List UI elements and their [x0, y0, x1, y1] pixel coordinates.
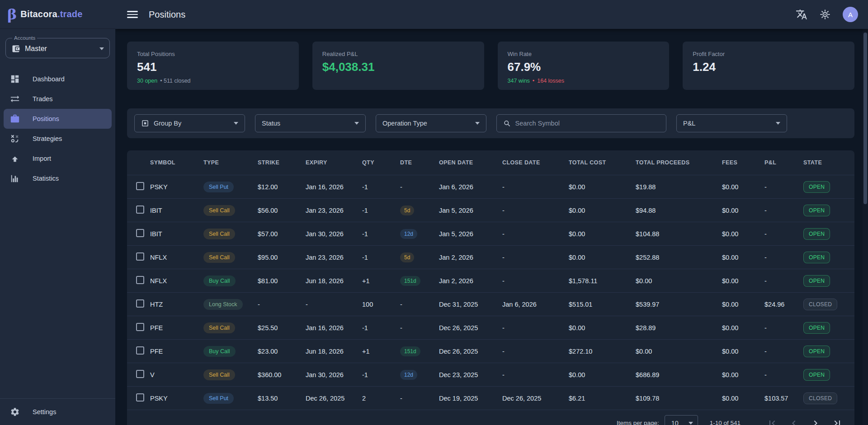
next-page-button[interactable] — [810, 418, 821, 425]
cell-strike: $81.00 — [258, 277, 306, 285]
sidebar-item-label: Settings — [33, 408, 56, 416]
cell-qty: -1 — [362, 324, 400, 332]
column-header[interactable]: TOTAL COST — [569, 159, 636, 166]
column-header[interactable]: CLOSE DATE — [502, 159, 569, 166]
cell-open-date: Dec 31, 2025 — [439, 301, 502, 308]
sidebar-item-statistics[interactable]: Statistics — [0, 168, 115, 188]
avatar[interactable]: A — [843, 7, 858, 22]
row-checkbox[interactable] — [136, 323, 144, 331]
translate-icon[interactable] — [796, 9, 807, 20]
main-content: Total Positions 541 30 open• 511 closed … — [115, 29, 863, 425]
first-page-button[interactable] — [767, 418, 778, 425]
theme-icon[interactable] — [819, 9, 831, 20]
cell-fees: $0.00 — [722, 301, 764, 308]
cell-total-cost: $0.00 — [569, 324, 636, 332]
table-row[interactable]: NFLX Buy Call $81.00 Jun 18, 2026 +1 151… — [127, 269, 854, 292]
stat-sub-part: • — [533, 78, 534, 84]
vertical-scrollbar[interactable] — [863, 29, 868, 425]
accounts-selector[interactable]: Accounts Master — [5, 35, 110, 58]
cell-type: Long Stock — [203, 299, 258, 310]
cell-dte: 5d — [400, 252, 439, 262]
cell-open-date: Jan 2, 2026 — [439, 254, 502, 261]
row-checkbox[interactable] — [136, 370, 144, 378]
row-checkbox[interactable] — [136, 205, 144, 214]
row-checkbox[interactable] — [136, 252, 144, 261]
chevron-down-icon — [354, 122, 359, 125]
cell-close-date: - — [502, 254, 569, 261]
cell-total-cost: $6.21 — [569, 395, 636, 402]
dte-badge: 151d — [400, 346, 420, 356]
row-checkbox[interactable] — [136, 182, 144, 190]
column-header[interactable]: QTY — [362, 159, 400, 166]
items-per-page-select[interactable]: 10 — [665, 415, 698, 425]
sidebar-item-dashboard[interactable]: Dashboard — [0, 69, 115, 89]
cell-type: Sell Put — [203, 182, 258, 192]
table-row[interactable]: PFE Buy Call $23.00 Jun 18, 2026 +1 151d… — [127, 339, 854, 363]
row-checkbox[interactable] — [136, 276, 144, 284]
row-checkbox[interactable] — [136, 393, 144, 402]
row-checkbox-cell — [127, 229, 150, 238]
operation-type-select[interactable]: Operation Type — [376, 114, 486, 132]
column-header[interactable]: STRIKE — [258, 159, 306, 166]
table-row[interactable]: HTZ Long Stock - - 100 - Dec 31, 2025 Ja… — [127, 292, 854, 316]
table-row[interactable]: NFLX Sell Call $95.00 Jan 23, 2026 -1 5d… — [127, 245, 854, 269]
stat-label: Total Positions — [137, 51, 289, 57]
group-by-select[interactable]: Group By — [134, 114, 245, 132]
search-input[interactable] — [515, 120, 660, 127]
column-header[interactable]: EXPIRY — [306, 159, 362, 166]
cell-total-cost: $515.01 — [569, 301, 636, 308]
row-checkbox[interactable] — [136, 299, 144, 308]
row-checkbox-cell — [127, 393, 150, 403]
state-badge: CLOSED — [803, 299, 837, 310]
column-header[interactable]: FEES — [722, 159, 764, 166]
table-row[interactable]: V Sell Call $360.00 Jan 30, 2026 -1 12d … — [127, 363, 854, 386]
cell-strike: $95.00 — [258, 254, 306, 261]
row-checkbox-cell — [127, 182, 150, 191]
column-header[interactable]: OPEN DATE — [439, 159, 502, 166]
sidebar-item-strategies[interactable]: Strategies — [0, 129, 115, 149]
cell-total-proceeds: $539.97 — [636, 301, 722, 308]
cell-open-date: Jan 5, 2026 — [439, 207, 502, 214]
column-header[interactable]: STATE — [803, 159, 854, 166]
cell-expiry: Jan 30, 2026 — [306, 371, 362, 378]
cell-state: OPEN — [803, 346, 854, 357]
chevron-down-icon — [234, 122, 238, 125]
cell-total-proceeds: $109.78 — [636, 395, 722, 402]
state-badge: OPEN — [803, 252, 830, 263]
column-header[interactable]: TOTAL PROCEEDS — [636, 159, 722, 166]
row-checkbox[interactable] — [136, 346, 144, 355]
previous-page-button[interactable] — [788, 418, 799, 425]
sidebar-item-trades[interactable]: Trades — [0, 89, 115, 109]
cell-expiry: Jan 23, 2026 — [306, 254, 362, 261]
column-header[interactable]: P&L — [764, 159, 803, 166]
cell-dte: - — [400, 324, 439, 332]
column-header[interactable]: TYPE — [203, 159, 258, 166]
stat-sub: 347 wins•164 losses — [508, 78, 660, 84]
cell-fees: $0.00 — [722, 230, 764, 238]
row-checkbox[interactable] — [136, 229, 144, 237]
cell-dte: 12d — [400, 370, 439, 380]
table-row[interactable]: PSKY Sell Put $13.50 Dec 26, 2025 2 - De… — [127, 386, 854, 410]
table-row[interactable]: PFE Sell Call $25.50 Jan 16, 2026 -1 - D… — [127, 316, 854, 339]
sidebar-item-import[interactable]: Import — [0, 149, 115, 168]
cell-total-cost: $1,578.11 — [569, 277, 636, 285]
column-header[interactable]: DTE — [400, 159, 439, 166]
sidebar-item-positions[interactable]: Positions — [4, 109, 112, 129]
last-page-button[interactable] — [832, 418, 843, 425]
sidebar-item-label: Positions — [33, 115, 59, 122]
cell-expiry: Jan 30, 2026 — [306, 230, 362, 238]
sidebar-item-settings[interactable]: Settings — [0, 399, 115, 425]
pnl-select[interactable]: P&L — [676, 114, 787, 132]
status-select[interactable]: Status — [255, 114, 366, 132]
column-header[interactable]: SYMBOL — [150, 159, 203, 166]
cell-open-date: Dec 26, 2025 — [439, 348, 502, 355]
menu-toggle-icon[interactable] — [127, 9, 138, 20]
cell-open-date: Dec 23, 2025 — [439, 371, 502, 378]
table-row[interactable]: PSKY Sell Put $12.00 Jan 16, 2026 -1 - J… — [127, 175, 854, 198]
state-badge: OPEN — [803, 181, 830, 193]
table-row[interactable]: IBIT Sell Call $57.00 Jan 30, 2026 -1 12… — [127, 222, 854, 245]
table-row[interactable]: IBIT Sell Call $56.00 Jan 23, 2026 -1 5d… — [127, 198, 854, 222]
chevron-down-icon — [475, 122, 480, 125]
search-symbol-field[interactable] — [496, 114, 666, 132]
scrollbar-thumb[interactable] — [863, 33, 867, 204]
